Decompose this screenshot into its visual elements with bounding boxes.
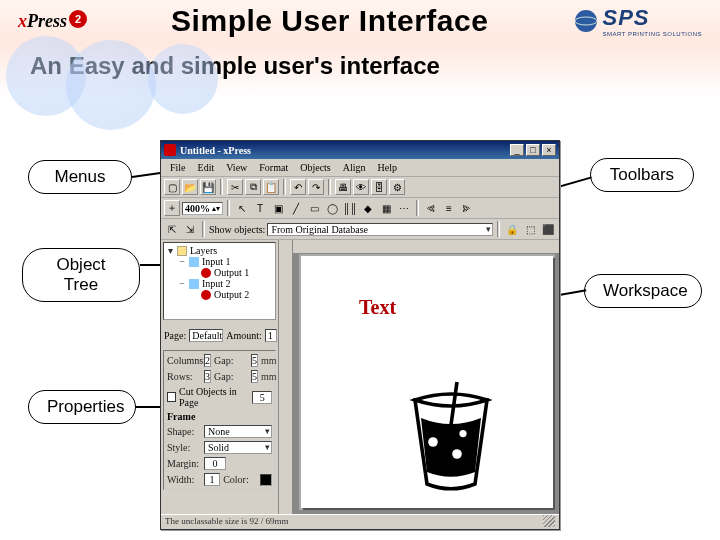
page-surface[interactable]: Text xyxy=(301,256,553,508)
page-title: Simple User Interface xyxy=(171,4,488,38)
svg-point-4 xyxy=(452,449,462,459)
page-field[interactable]: Default xyxy=(189,329,223,342)
tool-image-icon[interactable]: ▣ xyxy=(270,200,286,216)
preview-icon[interactable]: 👁 xyxy=(353,179,369,195)
ungroup-icon[interactable]: ⬛ xyxy=(540,221,556,237)
tree-item[interactable]: Output 1 xyxy=(166,267,273,278)
menu-file[interactable]: File xyxy=(165,161,191,174)
align-right-icon[interactable]: ⫸ xyxy=(459,200,475,216)
margin-label: Margin: xyxy=(167,458,201,469)
menu-align[interactable]: Align xyxy=(338,161,371,174)
menu-view[interactable]: View xyxy=(221,161,252,174)
tool-shape-icon[interactable]: ◆ xyxy=(360,200,376,216)
layer-up-icon[interactable]: ⇱ xyxy=(164,221,180,237)
rows-input[interactable]: 3 xyxy=(204,370,211,383)
page-selector: Page: Default Amount: 1 Job Split: xyxy=(161,322,278,348)
layer-down-icon[interactable]: ⇲ xyxy=(182,221,198,237)
tree-root[interactable]: ▾Layers xyxy=(166,245,273,256)
slide-header: xPress 2 Simple User Interface SPS SMART… xyxy=(0,0,720,40)
undo-icon[interactable]: ↶ xyxy=(290,179,306,195)
copy-icon[interactable]: ⧉ xyxy=(245,179,261,195)
cut-checkbox[interactable] xyxy=(167,392,176,402)
open-icon[interactable]: 📂 xyxy=(182,179,198,195)
close-button[interactable]: × xyxy=(542,144,556,156)
db-icon[interactable]: 🗄 xyxy=(371,179,387,195)
gap-input[interactable]: 5 xyxy=(251,354,258,367)
input-icon xyxy=(189,257,199,267)
separator xyxy=(227,200,230,216)
callout-menus: Menus xyxy=(28,160,132,194)
horizontal-ruler xyxy=(293,240,559,254)
new-icon[interactable]: ▢ xyxy=(164,179,180,195)
toolbar-main: ▢ 📂 💾 ✂ ⧉ 📋 ↶ ↷ 🖶 👁 🗄 ⚙ xyxy=(161,177,559,198)
tool-table-icon[interactable]: ▦ xyxy=(378,200,394,216)
layers-icon xyxy=(177,246,187,256)
zoom-field[interactable]: 400%▴▾ xyxy=(182,202,223,215)
titlebar[interactable]: Untitled - xPress _ □ × xyxy=(161,141,559,159)
tool-line-icon[interactable]: ╱ xyxy=(288,200,304,216)
callout-workspace: Workspace xyxy=(584,274,702,308)
statusbar: The unclassable size is 92 / 69mm xyxy=(161,514,559,527)
style-label: Style: xyxy=(167,442,201,453)
tool-rect-icon[interactable]: ▭ xyxy=(306,200,322,216)
canvas[interactable]: Text xyxy=(299,254,555,510)
save-icon[interactable]: 💾 xyxy=(200,179,216,195)
color-label: Color: xyxy=(223,474,257,485)
tree-item[interactable]: Output 2 xyxy=(166,289,273,300)
align-center-icon[interactable]: ≡ xyxy=(441,200,457,216)
cut-input[interactable]: 5 xyxy=(252,391,272,404)
tool-barcode-icon[interactable]: ║║ xyxy=(342,200,358,216)
lock-icon[interactable]: 🔒 xyxy=(504,221,520,237)
rows-label: Rows: xyxy=(167,371,201,382)
text-object[interactable]: Text xyxy=(359,296,396,319)
drink-glass-image[interactable] xyxy=(391,376,511,496)
resize-grip-icon[interactable] xyxy=(543,515,555,527)
cut-icon[interactable]: ✂ xyxy=(227,179,243,195)
width-label: Width: xyxy=(167,474,201,485)
tool-pointer-icon[interactable]: ↖ xyxy=(234,200,250,216)
badge-2-icon: 2 xyxy=(69,10,87,28)
style-dropdown[interactable]: Solid xyxy=(204,441,272,454)
paste-icon[interactable]: 📋 xyxy=(263,179,279,195)
zoom-out-icon[interactable]: ＋ xyxy=(164,200,180,216)
gap2-input[interactable]: 5 xyxy=(251,370,258,383)
unit-label: mm xyxy=(261,355,277,366)
separator xyxy=(497,221,500,237)
input-icon xyxy=(189,279,199,289)
print-icon[interactable]: 🖶 xyxy=(335,179,351,195)
align-left-icon[interactable]: ⫷ xyxy=(423,200,439,216)
object-tree[interactable]: ▾Layers −Input 1 Output 1 −Input 2 Outpu… xyxy=(163,242,276,320)
settings-icon[interactable]: ⚙ xyxy=(389,179,405,195)
tree-item[interactable]: −Input 2 xyxy=(166,278,273,289)
gap2-label: Gap: xyxy=(214,371,248,382)
menu-objects[interactable]: Objects xyxy=(295,161,336,174)
columns-input[interactable]: 2 xyxy=(204,354,211,367)
frame-section: Frame xyxy=(167,411,195,422)
tool-text-icon[interactable]: T xyxy=(252,200,268,216)
properties-panel: Columns: 2 Gap: 5 mm Rows: 3 Gap: 5 mm C… xyxy=(163,350,276,490)
status-text: The unclassable size is 92 / 69mm xyxy=(165,516,288,526)
shape-dropdown[interactable]: None xyxy=(204,425,272,438)
objects-dropdown[interactable]: From Original Database xyxy=(267,223,493,236)
amount-field[interactable]: 1 xyxy=(265,329,277,342)
separator xyxy=(283,179,286,195)
tool-more-icon[interactable]: ⋯ xyxy=(396,200,412,216)
margin-input[interactable]: 0 xyxy=(204,457,226,470)
menu-help[interactable]: Help xyxy=(373,161,402,174)
color-swatch[interactable] xyxy=(260,474,272,486)
columns-label: Columns: xyxy=(167,355,201,366)
sps-logo: SPS SMART PRINTING SOLUTIONS xyxy=(573,5,702,37)
group-icon[interactable]: ⬚ xyxy=(522,221,538,237)
menubar: File Edit View Format Objects Align Help xyxy=(161,159,559,177)
width-input[interactable]: 1 xyxy=(204,473,220,486)
menu-edit[interactable]: Edit xyxy=(193,161,220,174)
cut-label: Cut Objects in Page xyxy=(179,386,249,408)
tree-item[interactable]: −Input 1 xyxy=(166,256,273,267)
sps-globe-icon xyxy=(573,8,599,34)
redo-icon[interactable]: ↷ xyxy=(308,179,324,195)
minimize-button[interactable]: _ xyxy=(510,144,524,156)
maximize-button[interactable]: □ xyxy=(526,144,540,156)
menu-format[interactable]: Format xyxy=(254,161,293,174)
tool-ellipse-icon[interactable]: ◯ xyxy=(324,200,340,216)
gap-label: Gap: xyxy=(214,355,248,366)
